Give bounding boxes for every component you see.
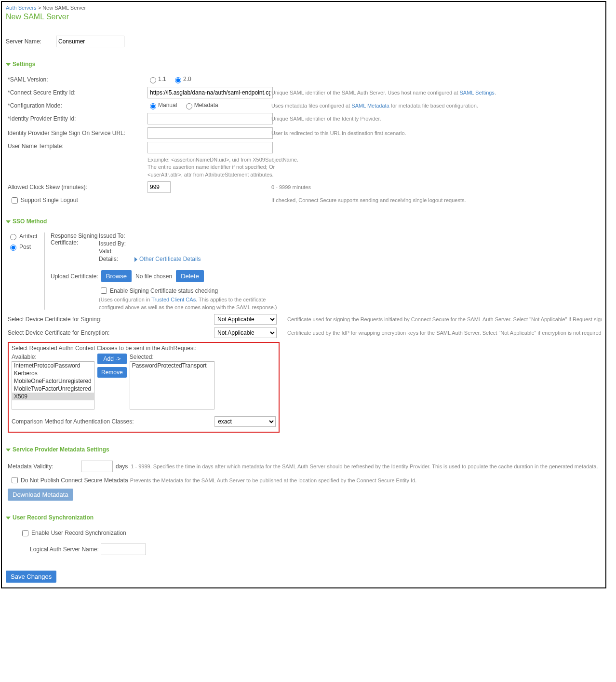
saml-version-1-1-radio[interactable] <box>150 77 156 83</box>
device-cert-enc-label: Select Device Certificate for Encryption… <box>8 329 214 336</box>
metadata-days-label: days <box>116 463 128 470</box>
username-tpl-input[interactable] <box>147 142 273 153</box>
device-cert-sign-select[interactable]: Not Applicable <box>214 314 277 325</box>
comparison-method-select[interactable]: exact <box>214 416 276 427</box>
issued-to-label: Issued To: <box>99 232 134 239</box>
details-label: Details: <box>99 256 134 262</box>
enable-signing-check-label: Enable Signing Certificate status checki… <box>110 287 218 294</box>
device-cert-sign-hint: Certificate used for signing the Request… <box>284 316 602 322</box>
username-tpl-label: User Name Template: <box>8 142 147 150</box>
support-slo-label: Support Single Logout <box>21 196 78 205</box>
saml-version-2-0-radio[interactable] <box>175 77 181 83</box>
breadcrumb-root-link[interactable]: Auth Servers <box>6 5 37 11</box>
server-name-input[interactable] <box>56 36 124 47</box>
signing-check-note: (Uses configuration in Trusted Client CA… <box>99 296 282 311</box>
chevron-down-icon <box>6 63 11 66</box>
sso-artifact-label: Artifact <box>19 233 37 240</box>
breadcrumb-current: New SAML Server <box>42 5 86 11</box>
list-item[interactable]: MobileTwoFactorUnregistered <box>12 385 94 393</box>
section-toggle-sso[interactable]: SSO Method <box>6 218 602 225</box>
config-mode-hint: Uses metadata files configured at SAML M… <box>271 103 602 109</box>
clock-skew-input[interactable] <box>147 181 171 193</box>
saml-metadata-link[interactable]: SAML Metadata <box>351 103 389 109</box>
delete-cert-button[interactable]: Delete <box>176 270 204 282</box>
list-item[interactable]: Kerberos <box>12 369 94 377</box>
device-cert-enc-hint: Certificate used by the IdP for wrapping… <box>284 330 602 336</box>
list-item[interactable]: MobileOneFactorUnregistered <box>12 377 94 385</box>
idp-entity-input[interactable] <box>147 113 273 124</box>
enable-user-sync-checkbox[interactable] <box>22 530 28 536</box>
entity-id-input[interactable] <box>147 87 273 98</box>
chevron-down-icon <box>6 220 11 223</box>
save-changes-button[interactable]: Save Changes <box>6 571 56 583</box>
upload-cert-label: Upload Certificate: <box>51 273 98 280</box>
entity-id-hint: Unique SAML identifier of the SAML Auth … <box>271 90 602 95</box>
idp-entity-label: *Identity Provider Entity Id: <box>8 114 147 123</box>
no-publish-metadata-hint: Prevents the Metadata for the SAML Auth … <box>130 477 417 483</box>
authn-selected-list[interactable]: PasswordProtectedTransport <box>130 361 214 409</box>
config-mode-manual-label: Manual <box>158 102 177 109</box>
saml-version-1-1-label: 1.1 <box>158 76 166 82</box>
idp-sso-url-input[interactable] <box>147 127 273 139</box>
response-cert-label: Response Signing Certificate: <box>51 232 99 263</box>
list-item[interactable]: InternetProtocolPassword <box>12 362 94 369</box>
issued-by-label: Issued By: <box>99 240 134 247</box>
idp-entity-hint: Unique SAML identifier of the Identity P… <box>271 116 602 122</box>
authn-available-list[interactable]: InternetProtocolPassword Kerberos Mobile… <box>12 361 94 409</box>
clock-skew-label: Allowed Clock Skew (minutes): <box>8 183 147 191</box>
username-tpl-example: Example: <assertionNameDN.uid>, uid from… <box>147 156 602 178</box>
list-item[interactable]: PasswordProtectedTransport <box>130 362 214 369</box>
device-cert-enc-select[interactable]: Not Applicable <box>214 327 277 338</box>
saml-version-label: *SAML Version: <box>8 75 147 84</box>
server-name-label: Server Name: <box>6 38 56 45</box>
sso-post-label: Post <box>19 244 31 250</box>
section-sso-label: SSO Method <box>13 218 47 225</box>
no-publish-metadata-label: Do Not Publish Connect Secure Metadata <box>21 477 128 484</box>
logical-auth-server-input[interactable] <box>101 544 146 555</box>
saml-version-2-0-label: 2.0 <box>183 76 191 82</box>
config-mode-manual-radio[interactable] <box>150 103 156 109</box>
config-mode-metadata-radio[interactable] <box>186 103 192 109</box>
section-toggle-user-sync[interactable]: User Record Synchronization <box>6 514 602 521</box>
metadata-validity-input[interactable] <box>81 461 113 472</box>
browse-button[interactable]: Browse <box>101 270 132 282</box>
page-title: New SAML Server <box>6 13 602 21</box>
idp-sso-url-label: Identity Provider Single Sign On Service… <box>8 129 147 137</box>
metadata-validity-label: Metadata Validity: <box>8 463 81 470</box>
sso-artifact-radio[interactable] <box>10 234 16 240</box>
section-sp-metadata-label: Service Provider Metadata Settings <box>13 446 109 453</box>
authn-selected-label: Selected: <box>130 354 214 360</box>
entity-id-label: *Connect Secure Entity Id: <box>8 88 147 97</box>
comparison-method-label: Comparison Method for Authentication Cla… <box>12 418 214 425</box>
triangle-right-icon <box>134 257 137 262</box>
section-toggle-settings[interactable]: Settings <box>6 61 602 68</box>
valid-label: Valid: <box>99 248 134 255</box>
authn-remove-button[interactable]: Remove <box>97 367 127 378</box>
list-item[interactable]: X509 <box>12 393 94 400</box>
config-mode-metadata-label: Metadata <box>194 102 218 109</box>
file-chosen-status: No file chosen <box>135 273 172 280</box>
authn-title: Select Requested Authn Context Classes t… <box>12 345 276 352</box>
support-slo-checkbox[interactable] <box>12 197 18 204</box>
authn-add-button[interactable]: Add -> <box>97 354 127 364</box>
chevron-down-icon <box>6 517 11 519</box>
sso-post-radio[interactable] <box>10 245 16 251</box>
breadcrumb: Auth Servers > New SAML Server <box>6 5 602 11</box>
trusted-client-cas-link[interactable]: Trusted Client CAs <box>151 297 196 302</box>
logical-auth-server-label: Logical Auth Server Name: <box>30 546 99 553</box>
enable-signing-check-checkbox[interactable] <box>101 287 107 294</box>
enable-user-sync-label: Enable User Record Synchronization <box>31 530 126 536</box>
saml-settings-link[interactable]: SAML Settings <box>460 90 495 95</box>
device-cert-sign-label: Select Device Certificate for Signing: <box>8 316 214 323</box>
download-metadata-button[interactable]: Download Metadata <box>8 489 73 501</box>
support-slo-hint: If checked, Connect Secure supports send… <box>271 197 602 203</box>
idp-sso-url-hint: User is redirected to this URL in destin… <box>271 130 602 136</box>
section-user-sync-label: User Record Synchronization <box>13 514 94 521</box>
authn-context-box: Select Requested Authn Context Classes t… <box>8 342 280 433</box>
other-cert-details-link[interactable]: Other Certificate Details <box>134 256 201 262</box>
authn-available-label: Available: <box>12 354 94 360</box>
section-toggle-sp-metadata[interactable]: Service Provider Metadata Settings <box>6 446 602 453</box>
config-mode-label: *Configuration Mode: <box>8 101 147 110</box>
no-publish-metadata-checkbox[interactable] <box>12 477 18 483</box>
clock-skew-hint: 0 - 9999 minutes <box>271 184 602 190</box>
